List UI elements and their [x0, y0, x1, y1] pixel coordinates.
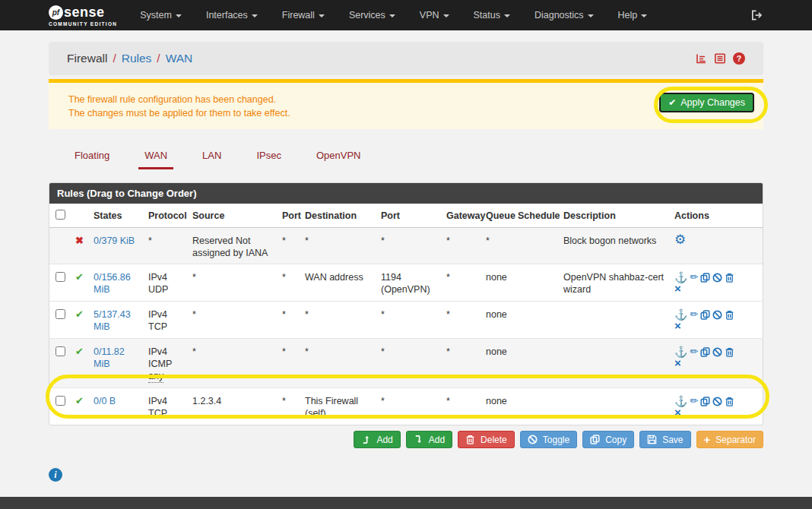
check-icon: ✔ [668, 97, 676, 108]
trash-icon[interactable] [725, 273, 734, 283]
table-row: ✔ 5/137.43 MiB IPv4 TCP * * * * * none ⚓… [49, 302, 763, 339]
col-states: States [90, 204, 145, 228]
plus-icon: + [704, 433, 711, 446]
table-row: ✖ 0/379 KiB * Reserved Not assigned by I… [49, 228, 763, 264]
edit-icon[interactable]: ✏ [690, 395, 698, 407]
ban-icon[interactable] [712, 273, 722, 283]
caret-down-icon [504, 14, 510, 17]
caret-down-icon [252, 14, 258, 17]
row-checkbox[interactable] [56, 272, 65, 282]
nav-item-help[interactable]: Help [618, 10, 648, 21]
table-row: ✔ 0/0 B IPv4 TCP 1.2.3.4 * This Firewall… [49, 388, 763, 425]
ban-icon[interactable] [712, 347, 722, 357]
icmp-subtype[interactable]: any [148, 370, 163, 383]
copy-icon[interactable] [700, 347, 710, 357]
pass-icon: ✔ [75, 308, 84, 320]
states-link[interactable]: 0/11.82 MiB [94, 346, 125, 369]
copy-icon[interactable] [700, 310, 710, 320]
row-checkbox[interactable] [56, 309, 65, 319]
separator-button[interactable]: + Separator [696, 431, 763, 448]
copy-icon[interactable] [700, 397, 710, 406]
alert-message-line1: The firewall rule configuration has been… [68, 93, 753, 106]
caret-down-icon [319, 14, 325, 17]
block-icon: ✖ [75, 235, 84, 246]
tab-openvpn[interactable]: OpenVPN [310, 150, 367, 169]
delete-rule-x-icon[interactable]: × [674, 358, 681, 368]
pass-icon: ✔ [75, 346, 84, 357]
caret-down-icon [588, 14, 594, 17]
top-navbar: pf sense COMMUNITY EDITION System Interf… [0, 0, 812, 30]
edit-icon[interactable]: ✏ [690, 346, 698, 358]
delete-button[interactable]: Delete [458, 431, 515, 448]
add-rule-top-button[interactable]: Add [354, 431, 400, 448]
toggle-button[interactable]: Toggle [520, 431, 577, 448]
footer-bar [0, 497, 812, 509]
col-source: Source [189, 204, 279, 228]
status-chart-icon[interactable] [695, 52, 707, 65]
pass-icon: ✔ [75, 271, 84, 283]
pfsense-logo[interactable]: pf sense COMMUNITY EDITION [49, 5, 117, 27]
col-port: Port [279, 204, 302, 228]
nav-item-services[interactable]: Services [349, 10, 395, 21]
trash-icon[interactable] [725, 310, 734, 320]
states-link[interactable]: 5/137.43 MiB [94, 309, 131, 332]
rules-table: States Protocol Source Port Destination … [49, 204, 763, 425]
apply-changes-button[interactable]: ✔ Apply Changes [659, 93, 754, 112]
tab-ipsec[interactable]: IPsec [250, 150, 287, 169]
row-checkbox[interactable] [56, 346, 65, 356]
trash-icon[interactable] [725, 347, 734, 357]
tab-floating[interactable]: Floating [68, 150, 116, 169]
nav-item-diagnostics[interactable]: Diagnostics [534, 10, 594, 21]
add-rule-bottom-button[interactable]: Add [406, 431, 452, 448]
col-destination: Destination [302, 204, 378, 228]
apply-changes-label: Apply Changes [680, 97, 745, 108]
nav-item-interfaces[interactable]: Interfaces [206, 10, 258, 21]
tab-wan[interactable]: WAN [138, 150, 173, 169]
tab-lan[interactable]: LAN [196, 150, 227, 169]
table-row: ✔ 0/156.86 MiB IPv4 UDP * * WAN address … [49, 264, 763, 302]
col-dport: Port [378, 204, 443, 228]
copy-button[interactable]: Copy [582, 431, 634, 448]
col-status [72, 204, 90, 228]
interface-tabs: Floating WAN LAN IPsec OpenVPN [49, 150, 763, 169]
ban-icon[interactable] [712, 310, 722, 320]
row-checkbox[interactable] [56, 396, 65, 406]
states-link[interactable]: 0/156.86 MiB [94, 272, 131, 295]
edit-icon[interactable]: ✏ [690, 271, 698, 283]
states-link[interactable]: 0/379 KiB [94, 236, 135, 246]
copy-icon[interactable] [700, 273, 710, 283]
delete-rule-x-icon[interactable]: × [674, 321, 681, 331]
nav-item-status[interactable]: Status [474, 10, 510, 21]
caret-down-icon [443, 14, 449, 17]
help-icon[interactable]: ? [733, 52, 745, 65]
pass-icon: ✔ [75, 395, 84, 406]
delete-rule-x-icon[interactable]: × [674, 283, 681, 294]
states-link[interactable]: 0/0 B [94, 396, 116, 406]
caret-down-icon [176, 14, 182, 17]
col-queue: Queue [483, 204, 515, 228]
nav-item-system[interactable]: System [140, 10, 182, 21]
breadcrumb-rules-link[interactable]: Rules [122, 52, 152, 65]
breadcrumb-separator: / [157, 52, 160, 65]
info-icon[interactable]: i [49, 468, 62, 482]
breadcrumb-separator: / [113, 52, 116, 65]
nav-item-vpn[interactable]: VPN [420, 10, 449, 21]
gear-icon[interactable]: ⚙ [674, 235, 686, 245]
edit-icon[interactable]: ✏ [690, 308, 698, 321]
delete-rule-x-icon[interactable]: × [674, 407, 681, 418]
caret-down-icon [641, 14, 647, 17]
breadcrumb-section: Firewall [67, 52, 107, 65]
log-list-icon[interactable] [714, 52, 726, 65]
trash-icon[interactable] [725, 397, 734, 406]
rule-action-buttons: Add Add Delete Toggle Copy Save + Separa… [49, 431, 763, 448]
nav-item-firewall[interactable]: Firewall [282, 10, 325, 21]
breadcrumb-wan-link[interactable]: WAN [166, 52, 193, 65]
save-button[interactable]: Save [639, 431, 690, 448]
alert-message-line2: The changes must be applied for them to … [68, 106, 753, 120]
logout-icon[interactable] [750, 9, 763, 21]
select-all-checkbox[interactable] [56, 210, 65, 220]
pfsense-edition-label: COMMUNITY EDITION [49, 21, 117, 27]
pfsense-logo-mark: pf [49, 5, 63, 20]
rules-panel-title: Rules (Drag to Change Order) [49, 183, 763, 204]
ban-icon[interactable] [712, 397, 722, 406]
